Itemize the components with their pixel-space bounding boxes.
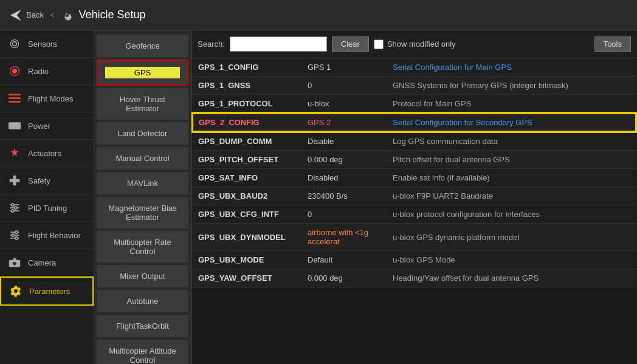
pidtuning-icon [7,201,22,215]
tools-button[interactable]: Tools [594,36,631,52]
content-area: Search: Clear Show modified only Tools G… [191,30,637,364]
nav-item-land-detector[interactable]: Land Detector [97,122,188,145]
param-value[interactable]: 0.000 deg [301,151,387,169]
sidebar-flightbehavior-label: Flight Behavior [28,231,81,240]
param-value[interactable]: airborne with <1g accelerat [301,224,387,251]
sidebar-power-label: Power [28,122,50,131]
sidebar-parameters-label: Parameters [29,287,70,296]
nav-gps-label: GPS [105,67,180,78]
sidebar-item-pid-tuning[interactable]: PID Tuning [0,194,94,222]
sidebar-item-sensors[interactable]: Sensors [0,30,94,58]
table-row[interactable]: GPS_2_CONFIG GPS 2 Serial Configuration … [192,113,636,132]
svg-point-21 [12,234,14,236]
nav-item-autotune[interactable]: Autotune [97,290,188,312]
param-value[interactable]: GPS 1 [301,58,387,77]
nav-item-gps[interactable]: GPS [97,60,188,86]
sidebar-radio-label: Radio [28,67,49,76]
nav-item-magnetometer[interactable]: Magnetometer Bias Estimator [97,197,188,228]
sidebar-item-flight-behavior[interactable]: Flight Behavior [0,222,94,249]
show-modified-text: Show modified only [387,39,456,49]
back-label: Back [26,10,44,19]
param-value[interactable]: Disable [301,132,387,151]
sidebar-actuators-label: Actuators [28,149,61,158]
param-name: GPS_DUMP_COMM [192,132,301,151]
table-row[interactable]: GPS_1_GNSS 0 GNSS Systems for Primary GP… [192,77,636,95]
safety-icon [7,173,22,188]
sidebar-pidtuning-label: PID Tuning [28,204,67,213]
svg-point-24 [13,261,17,266]
show-modified-checkbox[interactable] [374,39,384,49]
nav-item-flighttaskorbit[interactable]: FlightTaskOrbit [97,315,188,337]
param-description: u-blox F9P UART2 Baudrate [387,187,636,205]
sidebar-camera-label: Camera [28,258,56,267]
nav-item-hover-thrust[interactable]: Hover Thrust Estimator [97,88,188,120]
table-row[interactable]: GPS_UBX_BAUD2 230400 B/s u-blox F9P UART… [192,187,636,205]
nav-item-multicopter-rate[interactable]: Multicopter Rate Control [97,231,188,263]
param-description: Enable sat info (if available) [387,169,636,187]
param-value[interactable]: Disabled [301,169,387,187]
parameters-icon [9,284,23,298]
page-title: Vehicle Setup [79,9,146,21]
param-name: GPS_UBX_DYNMODEL [192,224,301,251]
param-name: GPS_UBX_BAUD2 [192,187,301,205]
param-description: u-blox GPS Mode [387,251,636,269]
sidebar-item-safety[interactable]: Safety [0,167,94,194]
param-value[interactable]: 0 [301,77,387,95]
param-description: u-blox GPS dynamic platform model [387,224,636,251]
sidebar-item-parameters[interactable]: Parameters [0,276,94,306]
table-row[interactable]: GPS_YAW_OFFSET 0.000 deg Heading/Yaw off… [192,269,636,287]
param-description: u-blox protocol configuration for interf… [387,205,636,224]
param-name: GPS_UBX_CFG_INTF [192,205,301,224]
table-row[interactable]: GPS_DUMP_COMM Disable Log GPS communicat… [192,132,636,151]
camera-icon [7,255,22,270]
show-modified-label[interactable]: Show modified only [374,39,456,49]
param-value[interactable]: 0 [301,205,387,224]
param-value[interactable]: 230400 B/s [301,187,387,205]
param-value[interactable]: 0.000 deg [301,269,387,287]
flightmodes-icon [7,91,22,106]
svg-point-14 [12,204,14,206]
sidebar-item-radio[interactable]: Radio [0,58,94,85]
svg-rect-5 [9,94,21,96]
search-label: Search: [198,39,225,49]
param-description: Log GPS communication data [387,132,636,151]
clear-button[interactable]: Clear [332,36,369,52]
nav-item-geofence[interactable]: Geofence [97,35,188,57]
nav-item-mavlink[interactable]: MAVLink [97,172,188,194]
sidebar-flightmodes-label: Flight Modes [28,94,73,103]
sidebar-item-camera[interactable]: Camera [0,249,94,276]
vehicle-setup-gear-icon [60,8,74,22]
param-description: GNSS Systems for Primary GPS (integer bi… [387,77,636,95]
param-description: Heading/Yaw offset for dual antenna GPS [387,269,636,287]
svg-marker-0 [10,9,21,20]
back-plane-icon [9,9,22,22]
table-row[interactable]: GPS_UBX_MODE Default u-blox GPS Mode [192,251,636,269]
table-row[interactable]: GPS_SAT_INFO Disabled Enable sat info (i… [192,169,636,187]
nav-item-manual-control[interactable]: Manual Control [97,147,188,170]
table-row[interactable]: GPS_PITCH_OFFSET 0.000 deg Pitch offset … [192,151,636,169]
svg-point-16 [12,210,14,212]
table-row[interactable]: GPS_UBX_DYNMODEL airborne with <1g accel… [192,224,636,251]
nav-item-mixer-output[interactable]: Mixer Output [97,265,188,287]
sidebar-item-flight-modes[interactable]: Flight Modes [0,85,94,112]
table-row[interactable]: GPS_UBX_CFG_INTF 0 u-blox protocol confi… [192,205,636,224]
param-description: Pitch offset for dual antenna GPS [387,151,636,169]
search-input[interactable] [230,36,327,52]
param-value[interactable]: Default [301,251,387,269]
param-name: GPS_UBX_MODE [192,251,301,269]
svg-point-1 [13,42,17,46]
search-bar: Search: Clear Show modified only Tools [191,30,637,58]
back-separator: < [50,10,55,19]
table-row[interactable]: GPS_1_PROTOCOL u-blox Protocol for Main … [192,95,636,114]
nav-item-multicopter-attitude[interactable]: Multicopter Attitude Control [97,340,188,364]
param-name: GPS_1_CONFIG [192,58,301,77]
table-row[interactable]: GPS_1_CONFIG GPS 1 Serial Configuration … [192,58,636,77]
param-value[interactable]: u-blox [301,95,387,114]
power-icon [7,118,22,133]
header: Back < Vehicle Setup [0,0,637,30]
sidebar-item-power[interactable]: Power [0,112,94,140]
back-button[interactable]: Back < [9,9,55,22]
param-name: GPS_2_CONFIG [192,113,301,132]
param-value[interactable]: GPS 2 [301,113,387,132]
sidebar-item-actuators[interactable]: Actuators [0,140,94,167]
